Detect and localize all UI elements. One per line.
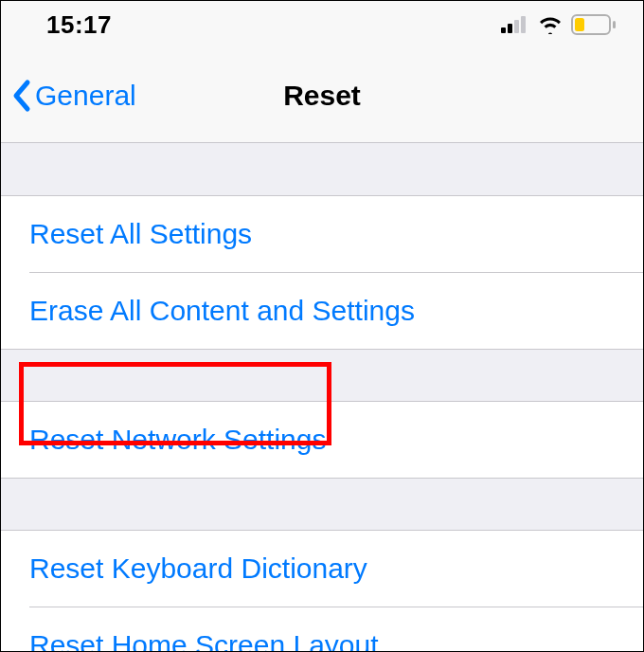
status-icons <box>501 14 617 35</box>
list-group: Reset Keyboard Dictionary Reset Home Scr… <box>1 531 643 652</box>
wifi-icon <box>537 15 564 34</box>
back-label: General <box>35 80 136 112</box>
group-spacer <box>1 478 643 531</box>
list-row-label: Reset Network Settings <box>29 424 326 456</box>
status-bar: 15:17 <box>1 1 643 48</box>
list-group: Reset All Settings Erase All Content and… <box>1 196 643 349</box>
reset-all-settings-row[interactable]: Reset All Settings <box>1 196 643 272</box>
list-row-label: Reset All Settings <box>29 218 252 250</box>
battery-icon <box>571 14 617 35</box>
cellular-signal-icon <box>501 16 529 33</box>
svg-rect-3 <box>521 16 526 33</box>
group-spacer <box>1 349 643 402</box>
reset-home-screen-layout-row[interactable]: Reset Home Screen Layout <box>1 607 643 652</box>
list-group: Reset Network Settings <box>1 402 643 478</box>
erase-all-content-row[interactable]: Erase All Content and Settings <box>1 273 643 349</box>
status-time: 15:17 <box>46 10 112 40</box>
svg-rect-6 <box>613 21 616 28</box>
svg-rect-2 <box>514 20 519 33</box>
list-row-label: Reset Keyboard Dictionary <box>29 552 367 585</box>
svg-rect-0 <box>501 27 506 33</box>
svg-rect-1 <box>508 24 512 33</box>
reset-keyboard-dictionary-row[interactable]: Reset Keyboard Dictionary <box>1 531 643 607</box>
reset-network-settings-row[interactable]: Reset Network Settings <box>1 402 643 478</box>
nav-bar: General Reset <box>1 48 643 143</box>
group-spacer <box>1 143 643 196</box>
chevron-left-icon <box>10 79 33 113</box>
list-row-label: Reset Home Screen Layout <box>29 629 379 652</box>
back-button[interactable]: General <box>10 79 136 113</box>
svg-rect-5 <box>575 18 584 31</box>
list-row-label: Erase All Content and Settings <box>29 295 415 327</box>
